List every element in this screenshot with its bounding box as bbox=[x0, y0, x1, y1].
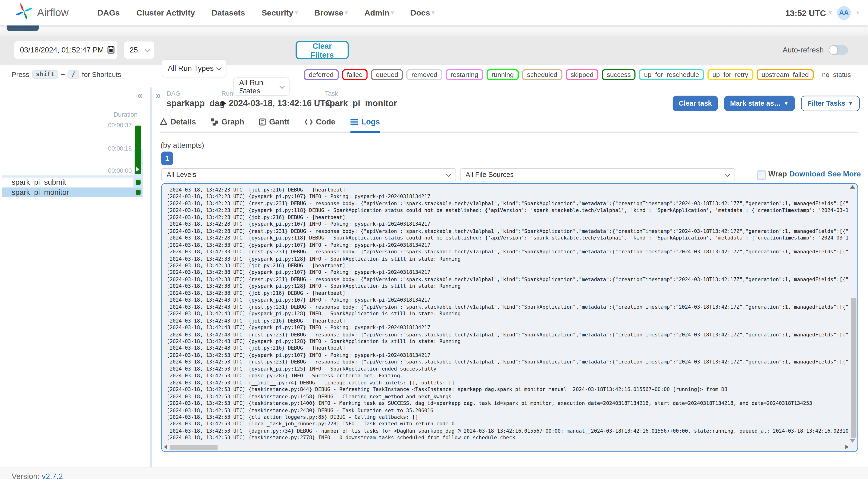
run-states-select[interactable]: All Run States bbox=[233, 77, 289, 96]
state-badge[interactable]: running bbox=[487, 69, 519, 80]
dropdown-caret-icon: ▾ bbox=[391, 10, 394, 15]
tab-label: Gantt bbox=[269, 117, 289, 126]
log-line: [2024-03-18, 13:42:43 UTC] {job.py:216} … bbox=[167, 317, 849, 324]
scroll-up-arrow-icon[interactable] bbox=[850, 185, 855, 189]
dropdown-caret-icon: ▾ bbox=[345, 10, 348, 15]
state-badge[interactable]: up_for_reschedule bbox=[639, 69, 704, 80]
log-line: [2024-03-18, 13:42:53 UTC] {taskinstance… bbox=[167, 386, 849, 393]
log-line: [2024-03-18, 13:42:48 UTC] {pyspark_pi.p… bbox=[167, 338, 849, 345]
state-badge[interactable]: removed bbox=[407, 69, 442, 80]
scroll-left-arrow-icon[interactable] bbox=[164, 445, 167, 449]
attempt-button[interactable]: 1 bbox=[161, 152, 173, 165]
task-row[interactable]: spark_pi_submit bbox=[2, 178, 142, 188]
slash-key: / bbox=[68, 70, 79, 78]
state-badge[interactable]: restarting bbox=[446, 69, 483, 80]
chevron-down-icon bbox=[216, 65, 221, 70]
state-badge[interactable]: queued bbox=[371, 69, 403, 80]
state-badge[interactable]: skipped bbox=[565, 69, 598, 80]
avatar[interactable]: AA bbox=[837, 6, 851, 20]
tab-code[interactable]: Code bbox=[304, 117, 336, 133]
breadcrumb-task-value[interactable]: spark_pi_monitor bbox=[325, 99, 397, 108]
nav-item-label: Cluster Activity bbox=[136, 8, 195, 17]
breadcrumb-task-label: Task bbox=[325, 90, 338, 97]
sidebar-divider[interactable] bbox=[150, 88, 151, 468]
vertical-scrollbar-thumb[interactable] bbox=[851, 298, 857, 438]
wrap-checkbox[interactable] bbox=[757, 170, 766, 180]
tab-gantt[interactable]: Gantt bbox=[259, 117, 289, 133]
log-line: [2024-03-18, 13:42:33 UTC] {pyspark_pi.p… bbox=[167, 255, 849, 262]
duration-axis-label: Duration bbox=[114, 111, 137, 118]
log-line: [2024-03-18, 13:42:53 UTC] {pyspark_pi.p… bbox=[167, 352, 849, 358]
tab-label: Code bbox=[316, 117, 335, 126]
page-size-select[interactable]: 25 bbox=[123, 41, 155, 59]
state-badge[interactable]: success bbox=[602, 69, 636, 80]
scroll-right-arrow-icon[interactable] bbox=[845, 445, 849, 449]
collapse-sidebar-icon[interactable]: « bbox=[137, 90, 143, 101]
run-types-select[interactable]: All Run Types bbox=[162, 59, 226, 77]
state-badge[interactable]: upstream_failed bbox=[756, 69, 814, 80]
state-badge[interactable]: deferred bbox=[304, 69, 338, 80]
state-badge[interactable]: no_status bbox=[817, 69, 856, 80]
nav-item[interactable]: Cluster Activity ▾ bbox=[136, 8, 195, 17]
partial-hidden-button[interactable] bbox=[7, 25, 39, 31]
see-more-link[interactable]: See More bbox=[828, 170, 861, 178]
filter-tasks-button[interactable]: Filter Tasks ▼ bbox=[801, 96, 860, 111]
nav-item[interactable]: Security ▾ bbox=[261, 8, 298, 17]
download-link[interactable]: Download bbox=[789, 170, 825, 178]
warning-triangle-icon bbox=[160, 118, 167, 125]
nav-item[interactable]: Docs ▾ bbox=[410, 8, 434, 17]
nav-item-label: Browse bbox=[314, 8, 343, 17]
log-line: [2024-03-18, 13:42:33 UTC] {job.py:216} … bbox=[167, 262, 849, 269]
shortcuts-press: Press bbox=[11, 71, 29, 78]
clock-dropdown[interactable]: 13:52 UTC ▾ bbox=[785, 8, 832, 18]
horizontal-scrollbar-thumb[interactable] bbox=[170, 445, 218, 450]
mark-state-button[interactable]: Mark state as… ▼ bbox=[724, 96, 795, 111]
date-filter-input[interactable] bbox=[14, 41, 117, 59]
state-badge[interactable]: failed bbox=[342, 69, 368, 80]
expand-panel-icon[interactable]: » bbox=[156, 90, 161, 101]
file-source-select[interactable]: All File Sources bbox=[460, 168, 735, 181]
dropdown-caret-icon[interactable]: ▾ bbox=[857, 10, 859, 15]
duration-bar[interactable] bbox=[135, 126, 141, 174]
log-line: [2024-03-18, 13:42:23 UTC] {job.py:216} … bbox=[167, 186, 849, 193]
chevron-down-icon bbox=[725, 171, 730, 177]
nav-item[interactable]: Browse ▾ bbox=[314, 8, 348, 17]
log-line: [2024-03-18, 13:42:23 UTC] {rest.py:231}… bbox=[167, 200, 849, 207]
auto-refresh-toggle[interactable] bbox=[829, 45, 848, 55]
success-square-icon[interactable] bbox=[135, 180, 141, 185]
log-line: [2024-03-18, 13:42:38 UTC] {pyspark_pi.p… bbox=[167, 283, 849, 290]
breadcrumb-dag-value[interactable]: sparkapp_dag bbox=[167, 99, 225, 108]
play-triangle-icon bbox=[136, 167, 140, 171]
dropdown-caret-icon: ▼ bbox=[848, 101, 853, 106]
nav-item[interactable]: Datasets ▾ bbox=[212, 8, 245, 17]
state-badge[interactable]: scheduled bbox=[522, 69, 562, 80]
airflow-logo[interactable]: Airflow bbox=[14, 2, 68, 23]
clear-task-button[interactable]: Clear task bbox=[673, 96, 718, 111]
nav-item[interactable]: Admin ▾ bbox=[365, 8, 394, 17]
log-line: [2024-03-18, 13:42:53 UTC] {rest.py:231}… bbox=[167, 358, 849, 365]
task-row-selected[interactable]: spark_pi_monitor bbox=[2, 188, 142, 197]
version-link[interactable]: v2.7.2 bbox=[42, 472, 63, 479]
clear-filters-button[interactable]: Clear Filters bbox=[296, 41, 349, 59]
success-square-icon[interactable] bbox=[135, 190, 141, 195]
breadcrumb-dag-label: DAG bbox=[167, 90, 181, 97]
log-line: [2024-03-18, 13:42:28 UTC] {rest.py:231}… bbox=[167, 228, 849, 234]
log-line: [2024-03-18, 13:42:53 UTC] {taskinstance… bbox=[167, 407, 849, 414]
shift-key: shift bbox=[32, 70, 58, 78]
breadcrumb-separator: / bbox=[318, 100, 320, 108]
airflow-app: Airflow DAGs ▾ Cluster Activity ▾ Datase… bbox=[0, 0, 868, 479]
horizontal-scrollbar-track[interactable] bbox=[163, 444, 850, 450]
tab-graph[interactable]: Graph bbox=[211, 117, 244, 133]
nav-item-label: Docs bbox=[410, 8, 430, 17]
scroll-down-arrow-icon[interactable] bbox=[850, 439, 855, 443]
breadcrumb-run-value[interactable]: 2024-03-18, 13:42:16 UTC bbox=[228, 99, 332, 108]
nav-item[interactable]: DAGs ▾ bbox=[97, 8, 120, 17]
nav-item-label: DAGs bbox=[97, 8, 120, 17]
tab-logs[interactable]: Logs bbox=[350, 117, 380, 133]
tab-details[interactable]: Details bbox=[160, 117, 196, 133]
log-level-select[interactable]: All Levels bbox=[161, 168, 456, 181]
tab-label: Graph bbox=[221, 117, 244, 126]
calendar-icon[interactable] bbox=[107, 45, 115, 56]
task-name: spark_pi_submit bbox=[11, 178, 66, 186]
state-badge[interactable]: up_for_retry bbox=[708, 69, 753, 80]
